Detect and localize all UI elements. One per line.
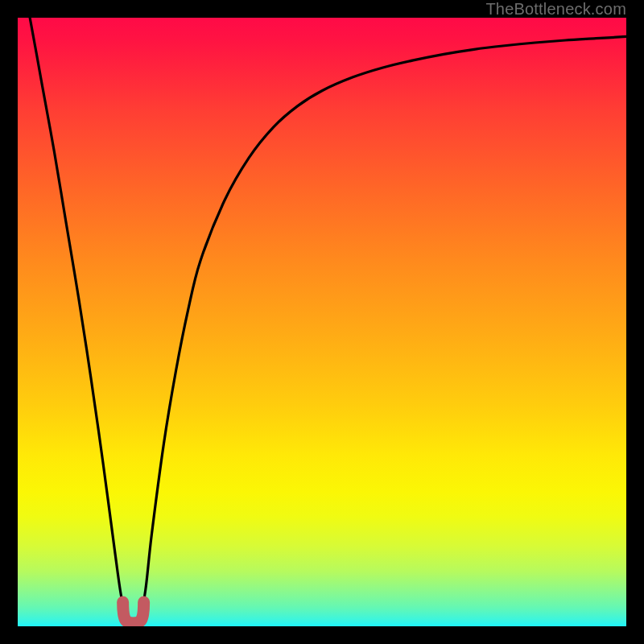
valley-marker bbox=[123, 602, 144, 623]
watermark-text: TheBottleneck.com bbox=[485, 0, 626, 18]
bottleneck-curve bbox=[18, 18, 626, 626]
plot-area bbox=[18, 18, 626, 626]
curve-layer bbox=[18, 18, 626, 626]
chart-frame: TheBottleneck.com bbox=[0, 0, 644, 644]
